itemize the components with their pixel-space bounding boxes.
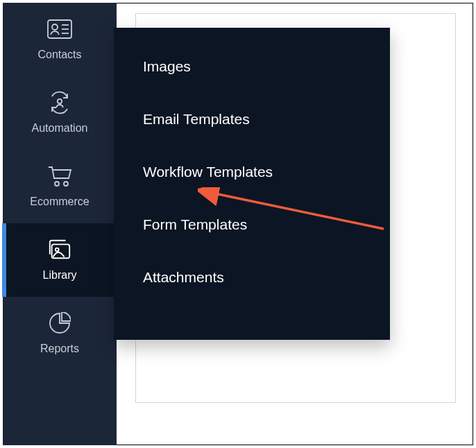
svg-point-1 [52,24,58,30]
sidebar-item-label: Contacts [37,49,81,61]
svg-point-9 [56,248,59,252]
ecommerce-icon [47,164,72,189]
flyout-item-label: Email Templates [143,111,250,127]
automation-icon [47,90,72,115]
flyout-item-label: Workflow Templates [143,164,273,180]
library-flyout: Images Email Templates Workflow Template… [114,28,390,340]
sidebar-item-label: Automation [32,122,88,135]
sidebar-item-label: Library [43,269,77,282]
svg-point-7 [64,182,68,186]
flyout-item-label: Form Templates [143,216,247,232]
flyout-item-attachments[interactable]: Attachments [114,251,390,304]
library-icon [47,237,72,262]
contacts-icon [47,17,72,42]
sidebar-item-ecommerce[interactable]: Ecommerce [3,150,117,223]
flyout-item-workflow-templates[interactable]: Workflow Templates [114,146,390,198]
sidebar: Contacts Automation Ecommerce [3,3,117,445]
sidebar-item-contacts[interactable]: Contacts [3,3,117,76]
flyout-item-images[interactable]: Images [114,40,390,93]
reports-icon [47,311,72,336]
sidebar-item-reports[interactable]: Reports [3,297,117,370]
sidebar-item-label: Reports [40,343,79,355]
sidebar-item-label: Ecommerce [30,196,89,208]
flyout-item-form-templates[interactable]: Form Templates [114,198,390,251]
svg-rect-8 [52,244,70,258]
sidebar-item-library[interactable]: Library [3,223,117,297]
svg-point-6 [55,182,59,186]
flyout-item-label: Images [143,58,191,74]
flyout-item-label: Attachments [143,269,224,285]
svg-point-5 [58,99,62,103]
flyout-item-email-templates[interactable]: Email Templates [114,93,390,146]
sidebar-item-automation[interactable]: Automation [3,76,117,150]
